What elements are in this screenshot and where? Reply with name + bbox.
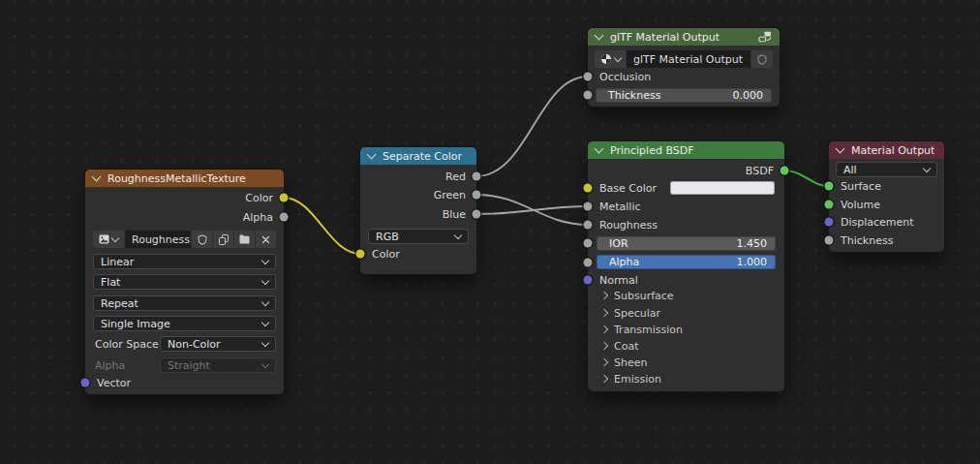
socket-metallic-input[interactable] — [584, 202, 593, 211]
base-color-swatch[interactable] — [670, 181, 775, 195]
ior-slider[interactable]: IOR 1.450 — [597, 236, 776, 251]
chevron-down-icon — [261, 257, 269, 264]
section-label: Coat — [614, 340, 638, 353]
node-header[interactable]: Principled BSDF — [588, 141, 784, 159]
alpha-value: 1.000 — [737, 256, 768, 268]
socket-texture-alpha-output[interactable] — [280, 213, 289, 222]
source-value: Single Image — [101, 318, 170, 330]
chevron-right-icon — [600, 375, 608, 383]
chevron-down-icon[interactable] — [595, 144, 604, 154]
chevron-down-icon[interactable] — [367, 150, 377, 160]
output-label-alpha: Alpha — [243, 211, 273, 224]
chevron-down-icon[interactable] — [92, 172, 102, 182]
socket-roughness-input[interactable] — [584, 221, 593, 230]
chevron-down-icon — [923, 165, 931, 172]
shield-icon — [198, 234, 207, 245]
node-principled-bsdf[interactable]: Principled BSDF BSDF Base Color Metallic… — [588, 141, 784, 391]
socket-separate-green-output[interactable] — [473, 191, 481, 200]
node-roughness-metallic-texture[interactable]: RoughnessMetallicTexture Color Alpha Rou… — [85, 170, 284, 394]
node-header[interactable]: Separate Color — [360, 147, 476, 165]
socket-texture-vector-input[interactable] — [81, 379, 90, 387]
socket-surface-input[interactable] — [825, 182, 834, 191]
ior-label: IOR — [609, 237, 628, 250]
chevron-down-icon — [261, 360, 269, 368]
open-image-button[interactable] — [234, 231, 255, 248]
thickness-slider[interactable]: Thickness 0.000 — [596, 88, 772, 103]
color-space-dropdown[interactable]: Non-Color — [160, 336, 276, 352]
image-icon — [99, 234, 109, 244]
socket-base-color-input[interactable] — [584, 184, 593, 193]
socket-gltf-thickness-input[interactable] — [584, 91, 593, 100]
image-name: RoughnessMetal... — [132, 233, 191, 246]
node-header[interactable]: glTF Material Output — [588, 28, 780, 46]
chevron-down-icon — [111, 234, 119, 242]
node-group-name-field[interactable]: glTF Material Output — [627, 50, 750, 68]
input-label-volume: Volume — [841, 199, 880, 211]
section-label: Subsurface — [614, 290, 674, 302]
mode-dropdown[interactable]: RGB — [368, 229, 469, 244]
node-editor-canvas[interactable]: RoughnessMetallicTexture Color Alpha Rou… — [0, 0, 980, 464]
chevron-down-icon — [261, 339, 269, 347]
section-emission[interactable]: Emission — [601, 371, 784, 387]
socket-separate-blue-output[interactable] — [473, 210, 481, 219]
projection-value: Flat — [101, 276, 120, 289]
socket-separate-color-input[interactable] — [356, 250, 365, 259]
node-gltf-material-output[interactable]: glTF Material Output glTF Material Outpu… — [588, 28, 780, 107]
section-label: Specular — [614, 307, 660, 320]
input-label-displacement: Displacement — [841, 216, 914, 229]
socket-material-thickness-input[interactable] — [825, 236, 834, 245]
node-header[interactable]: RoughnessMetallicTexture — [85, 170, 284, 187]
image-name-field[interactable]: RoughnessMetal... — [125, 231, 191, 248]
section-coat[interactable]: Coat — [601, 338, 784, 354]
target-dropdown[interactable]: All — [836, 162, 937, 177]
node-separate-color[interactable]: Separate Color Red Green Blue RGB Color — [360, 147, 476, 274]
wire-green-to-roughness — [476, 195, 588, 225]
section-sheen[interactable]: Sheen — [601, 355, 784, 370]
interpolation-dropdown[interactable]: Linear — [93, 254, 276, 269]
fake-user-button[interactable] — [192, 231, 212, 248]
mode-value: RGB — [376, 231, 399, 243]
socket-normal-input[interactable] — [584, 276, 593, 285]
socket-separate-red-output[interactable] — [473, 172, 481, 181]
section-subsurface[interactable]: Subsurface — [601, 288, 784, 303]
extension-dropdown[interactable]: Repeat — [93, 295, 276, 311]
node-title: Principled BSDF — [610, 144, 694, 157]
source-dropdown[interactable]: Single Image — [93, 316, 276, 331]
socket-texture-color-output[interactable] — [280, 194, 289, 202]
socket-alpha-input[interactable] — [584, 259, 593, 267]
node-header[interactable]: Material Output — [829, 141, 944, 159]
chevron-down-icon[interactable] — [836, 144, 845, 154]
chevron-down-icon[interactable] — [595, 31, 604, 41]
node-group-browse-button[interactable] — [595, 50, 626, 68]
fake-user-button[interactable] — [751, 50, 773, 68]
chevron-down-icon — [261, 319, 269, 326]
alpha-mode-value: Straight — [168, 359, 210, 372]
alpha-slider[interactable]: Alpha 1.000 — [597, 255, 776, 269]
chevron-down-icon — [261, 277, 269, 285]
node-material-output[interactable]: Material Output All Surface Volume Displ… — [829, 141, 944, 252]
socket-ior-input[interactable] — [584, 239, 593, 248]
duplicate-image-button[interactable] — [213, 231, 233, 248]
input-label-base-color: Base Color — [599, 182, 657, 195]
projection-dropdown[interactable]: Flat — [93, 274, 276, 290]
section-specular[interactable]: Specular — [601, 305, 784, 321]
wire-red-to-occlusion — [476, 77, 588, 176]
input-label-color: Color — [372, 248, 400, 261]
node-group-name: glTF Material Output — [633, 53, 743, 66]
socket-volume-input[interactable] — [825, 201, 834, 209]
chevron-right-icon — [600, 292, 608, 299]
chevron-right-icon — [600, 358, 608, 366]
image-browse-button[interactable] — [93, 231, 124, 248]
ior-value: 1.450 — [737, 237, 768, 250]
node-title: Separate Color — [383, 150, 462, 163]
wire-blue-to-metallic — [476, 206, 588, 214]
input-label-thickness: Thickness — [841, 234, 893, 247]
chevron-down-icon — [454, 232, 462, 239]
section-transmission[interactable]: Transmission — [601, 322, 784, 337]
unlink-image-button[interactable] — [256, 231, 276, 248]
target-value: All — [843, 164, 857, 176]
socket-gltf-occlusion-input[interactable] — [584, 73, 593, 81]
socket-displacement-input[interactable] — [825, 218, 834, 227]
socket-bsdf-output[interactable] — [781, 167, 789, 175]
alpha-label: Alpha — [609, 256, 639, 268]
